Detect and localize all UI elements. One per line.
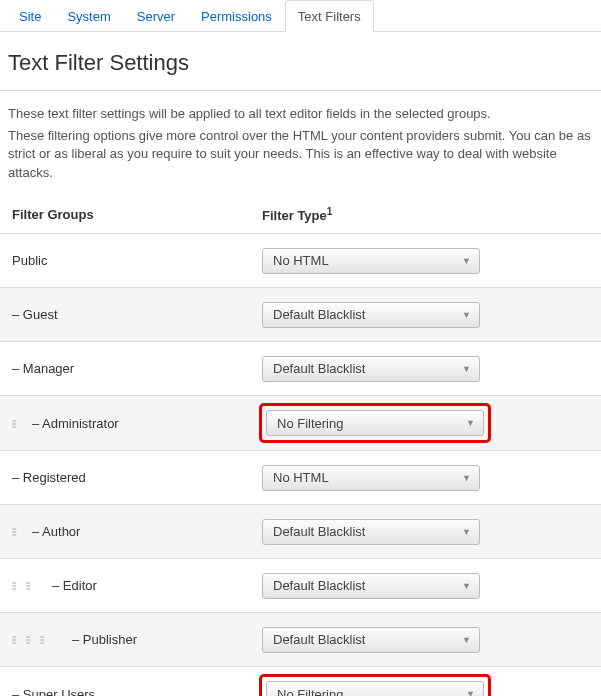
filter-type-select[interactable]: No Filtering▼	[266, 681, 484, 696]
group-cell: – Super Users	[12, 687, 262, 696]
chevron-down-icon: ▼	[462, 473, 471, 483]
divider	[0, 90, 601, 91]
table-row: ••••••••••••– EditorDefault Blacklist▼	[0, 559, 601, 613]
filter-type-select[interactable]: Default Blacklist▼	[262, 302, 480, 328]
chevron-down-icon: ▼	[462, 635, 471, 645]
table-row: – RegisteredNo HTML▼	[0, 451, 601, 505]
select-value: No Filtering	[277, 416, 343, 431]
group-label: – Manager	[12, 361, 74, 376]
chevron-down-icon: ▼	[462, 364, 471, 374]
group-cell: ••••••– Administrator	[12, 416, 262, 431]
type-cell: Default Blacklist▼	[262, 573, 589, 599]
drag-grip-icon: ••••••	[12, 527, 18, 536]
tab-permissions[interactable]: Permissions	[188, 0, 285, 32]
group-cell: ••••••– Author	[12, 524, 262, 539]
group-cell: ••••••••••••– Editor	[12, 578, 262, 593]
header-filter-groups: Filter Groups	[12, 207, 262, 222]
header-filter-type-sup: 1	[327, 206, 333, 217]
filter-type-select[interactable]: No Filtering▼	[266, 410, 484, 436]
group-cell: ••••••••••••••••••– Publisher	[12, 632, 262, 647]
select-value: Default Blacklist	[273, 307, 365, 322]
select-value: Default Blacklist	[273, 361, 365, 376]
select-value: No Filtering	[277, 687, 343, 696]
chevron-down-icon: ▼	[462, 310, 471, 320]
type-cell: Default Blacklist▼	[262, 627, 589, 653]
drag-grip-icon: ••••••	[12, 635, 18, 644]
table-header-row: Filter Groups Filter Type1	[0, 196, 601, 234]
type-cell: Default Blacklist▼	[262, 356, 589, 382]
group-label: – Editor	[52, 578, 97, 593]
tab-text-filters[interactable]: Text Filters	[285, 0, 374, 32]
chevron-down-icon: ▼	[466, 418, 475, 428]
filter-table: Filter Groups Filter Type1 PublicNo HTML…	[0, 196, 601, 696]
group-label: – Super Users	[12, 687, 95, 696]
select-wrap: No HTML▼	[262, 465, 480, 491]
tab-server[interactable]: Server	[124, 0, 188, 32]
table-row: – GuestDefault Blacklist▼	[0, 288, 601, 342]
select-wrap: Default Blacklist▼	[262, 627, 480, 653]
filter-type-select[interactable]: No HTML▼	[262, 248, 480, 274]
table-row: ••••••– AdministratorNo Filtering▼	[0, 396, 601, 451]
drag-grip-icon: ••••••	[40, 635, 46, 644]
filter-type-select[interactable]: Default Blacklist▼	[262, 356, 480, 382]
select-value: Default Blacklist	[273, 632, 365, 647]
header-filter-type: Filter Type1	[262, 206, 589, 223]
select-wrap: Default Blacklist▼	[262, 573, 480, 599]
config-tabs: SiteSystemServerPermissionsText Filters	[0, 0, 601, 32]
type-cell: No HTML▼	[262, 248, 589, 274]
select-wrap: No Filtering▼	[262, 677, 488, 696]
type-cell: No HTML▼	[262, 465, 589, 491]
group-label: – Guest	[12, 307, 58, 322]
select-wrap: Default Blacklist▼	[262, 302, 480, 328]
type-cell: No Filtering▼	[262, 406, 589, 440]
select-wrap: No Filtering▼	[262, 406, 488, 440]
chevron-down-icon: ▼	[462, 256, 471, 266]
group-label: – Author	[32, 524, 80, 539]
chevron-down-icon: ▼	[466, 689, 475, 696]
description-line-2: These filtering options give more contro…	[0, 127, 601, 182]
select-value: Default Blacklist	[273, 578, 365, 593]
group-cell: – Registered	[12, 470, 262, 485]
group-label: – Administrator	[32, 416, 119, 431]
select-value: Default Blacklist	[273, 524, 365, 539]
type-cell: Default Blacklist▼	[262, 519, 589, 545]
drag-grip-icon: ••••••	[26, 635, 32, 644]
drag-grip-icon: ••••••	[12, 419, 18, 428]
select-wrap: Default Blacklist▼	[262, 356, 480, 382]
select-wrap: Default Blacklist▼	[262, 519, 480, 545]
filter-type-select[interactable]: Default Blacklist▼	[262, 627, 480, 653]
type-cell: No Filtering▼	[262, 677, 589, 696]
select-value: No HTML	[273, 470, 329, 485]
table-row: PublicNo HTML▼	[0, 234, 601, 288]
group-cell: – Manager	[12, 361, 262, 376]
tab-system[interactable]: System	[54, 0, 123, 32]
tab-site[interactable]: Site	[6, 0, 54, 32]
page-title: Text Filter Settings	[0, 32, 601, 90]
filter-type-select[interactable]: Default Blacklist▼	[262, 519, 480, 545]
group-label: – Registered	[12, 470, 86, 485]
table-row: – Super UsersNo Filtering▼	[0, 667, 601, 696]
table-row: ••••••••••••••••••– PublisherDefault Bla…	[0, 613, 601, 667]
group-cell: Public	[12, 253, 262, 268]
drag-grip-icon: ••••••	[12, 581, 18, 590]
select-wrap: No HTML▼	[262, 248, 480, 274]
group-label: – Publisher	[72, 632, 137, 647]
type-cell: Default Blacklist▼	[262, 302, 589, 328]
filter-type-select[interactable]: No HTML▼	[262, 465, 480, 491]
group-label: Public	[12, 253, 47, 268]
description-line-1: These text filter settings will be appli…	[0, 105, 601, 123]
header-filter-type-label: Filter Type	[262, 208, 327, 223]
table-row: ••••••– AuthorDefault Blacklist▼	[0, 505, 601, 559]
chevron-down-icon: ▼	[462, 581, 471, 591]
group-cell: – Guest	[12, 307, 262, 322]
filter-type-select[interactable]: Default Blacklist▼	[262, 573, 480, 599]
table-row: – ManagerDefault Blacklist▼	[0, 342, 601, 396]
drag-grip-icon: ••••••	[26, 581, 32, 590]
select-value: No HTML	[273, 253, 329, 268]
chevron-down-icon: ▼	[462, 527, 471, 537]
